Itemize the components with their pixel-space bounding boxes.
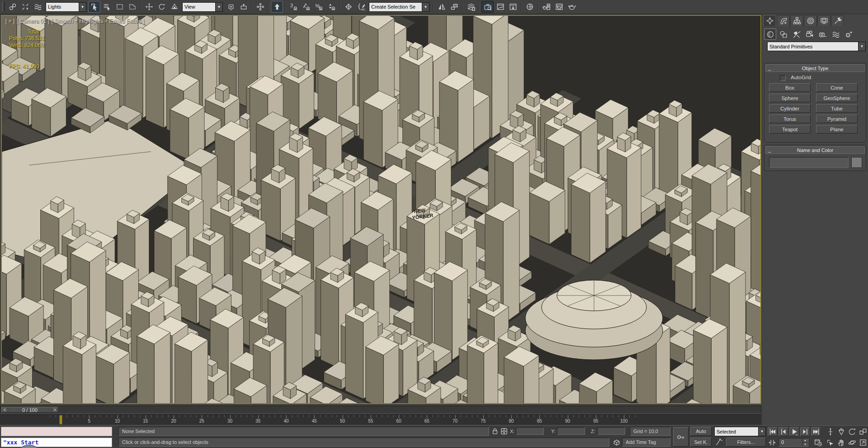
category-lights[interactable] (790, 29, 802, 40)
viewport-menu-shading[interactable]: [ Smooth + Highlights + Edged Faces ] (52, 18, 144, 24)
category-space-warps[interactable] (830, 29, 842, 40)
field-of-view-button[interactable] (847, 427, 857, 436)
camera-viewport[interactable]: NEWYORKER [ + ] [ Camera 01 ] [ Smooth +… (1, 15, 761, 404)
primitive-category-dropdown[interactable]: Standard Primitives ▼ (767, 42, 866, 51)
play-animation-button[interactable] (789, 427, 799, 436)
time-slider-handle[interactable]: < 0 / 100 > (1, 407, 58, 413)
cone-button[interactable]: Cone (816, 83, 858, 92)
select-object-icon[interactable] (88, 1, 100, 13)
rollout-collapse-icon[interactable]: _ (768, 147, 771, 153)
window-crossing-icon[interactable] (126, 1, 138, 13)
panel-tab-motion[interactable] (804, 15, 817, 26)
sphere-button[interactable]: Sphere (769, 94, 811, 102)
go-to-end-button[interactable] (811, 427, 821, 436)
key-filters-button[interactable]: Filters... (726, 438, 766, 447)
key-filter-dropdown[interactable]: Selected ▼ (714, 427, 766, 436)
teapot-button[interactable]: Teapot (769, 125, 811, 133)
layer-manager-icon[interactable] (465, 1, 477, 13)
box-button[interactable]: Box (769, 83, 811, 92)
pan-view-button[interactable] (836, 438, 846, 447)
maxscript-mini-listener[interactable]: "xxx Start (1, 438, 112, 447)
next-frame-arrow[interactable]: > (52, 407, 58, 412)
use-selection-center-icon[interactable] (237, 1, 250, 13)
key-mode-toggle[interactable] (768, 438, 777, 447)
use-pivot-point-center-icon[interactable] (225, 1, 237, 13)
viewport-menu-general[interactable]: [ + ] (5, 18, 14, 24)
bind-to-space-warp-icon[interactable] (32, 1, 44, 13)
select-and-rotate-icon[interactable] (156, 1, 168, 13)
isolate-selection-toggle[interactable] (612, 438, 621, 447)
zoom-button[interactable] (826, 427, 835, 436)
render-setup-icon[interactable] (540, 1, 552, 13)
plane-button[interactable]: Plane (816, 125, 858, 133)
category-cameras[interactable] (803, 29, 816, 40)
set-keys-button[interactable] (673, 427, 689, 447)
reference-coordinate-system-dropdown[interactable]: View▼ (182, 2, 223, 12)
panel-tab-utilities[interactable] (831, 15, 844, 26)
panel-tab-create[interactable] (763, 15, 776, 26)
spinner-snap-toggle-icon[interactable] (326, 1, 338, 13)
keyboard-shortcut-override-icon[interactable] (271, 1, 283, 13)
viewport-menu-pov[interactable]: [ Camera 01 ] (17, 18, 50, 24)
category-shapes[interactable] (777, 29, 789, 40)
set-key-button[interactable]: Set K. (690, 438, 712, 447)
pyramid-button[interactable]: Pyramid (816, 114, 858, 123)
tube-button[interactable]: Tube (816, 104, 858, 113)
previous-frame-button[interactable] (778, 427, 788, 436)
schematic-view-icon[interactable] (507, 1, 519, 13)
auto-key-button[interactable]: Auto (690, 427, 712, 436)
named-selection-rename-icon[interactable]: ABC (355, 1, 367, 13)
category-systems[interactable] (843, 29, 855, 40)
select-and-uniform-scale-icon[interactable] (168, 1, 180, 13)
object-color-swatch[interactable] (851, 157, 862, 168)
named-selection-sets-dropdown[interactable]: Create Selection Se▼ (369, 2, 429, 12)
current-frame-marker[interactable] (59, 415, 62, 424)
angle-snap-toggle-icon[interactable] (300, 1, 312, 13)
mirror-icon[interactable] (435, 1, 448, 13)
city-scene-render[interactable]: NEWYORKER (2, 16, 760, 403)
go-to-start-button[interactable] (768, 427, 778, 436)
object-type-rollout-header[interactable]: _ Object Type (765, 64, 865, 72)
select-and-link-icon[interactable] (6, 1, 19, 13)
autogrid-checkbox[interactable] (780, 75, 786, 81)
time-slider[interactable]: < 0 / 100 > (0, 406, 761, 414)
selection-filter-dropdown[interactable]: Lights▼ (46, 2, 86, 12)
panel-tab-hierarchy[interactable] (790, 15, 803, 26)
name-and-color-rollout-header[interactable]: _ Name and Color (765, 146, 865, 154)
material-editor-icon[interactable] (524, 1, 536, 13)
zoom-extents-all-button[interactable] (858, 427, 868, 436)
default-tangent-button[interactable] (714, 438, 724, 447)
graphite-modeling-tools-icon[interactable] (481, 1, 494, 13)
z-coordinate-field[interactable] (597, 427, 625, 435)
orbit-button[interactable] (847, 438, 857, 447)
frame-spinner[interactable]: ▲▼ (802, 438, 808, 446)
align-icon[interactable] (448, 1, 460, 13)
select-and-move-icon[interactable] (143, 1, 155, 13)
time-configuration-button[interactable] (814, 438, 823, 447)
y-coordinate-field[interactable] (557, 427, 585, 435)
select-by-name-icon[interactable] (101, 1, 113, 13)
maxscript-macro-recorder-pane[interactable] (1, 427, 112, 436)
snap-toggle-3d-icon[interactable]: 3 (288, 1, 300, 13)
track-bar[interactable]: 0510152025303540455055606570758085909510… (0, 415, 761, 424)
zoom-extents-button[interactable] (836, 427, 846, 436)
panel-tab-display[interactable] (817, 15, 830, 26)
select-and-manipulate-icon[interactable] (254, 1, 266, 13)
category-geometry[interactable] (764, 29, 776, 40)
selection-lock-toggle[interactable] (491, 427, 499, 435)
percent-snap-toggle-icon[interactable]: % (313, 1, 325, 13)
add-time-tag[interactable]: Add Time Tag (622, 438, 670, 447)
category-helpers[interactable] (816, 29, 829, 40)
zoom-region-button[interactable] (826, 438, 835, 447)
maximize-viewport-toggle-button[interactable] (858, 438, 868, 447)
object-name-field[interactable] (769, 157, 849, 168)
panel-tab-modify[interactable] (777, 15, 790, 26)
previous-frame-arrow[interactable]: < (2, 407, 8, 412)
render-production-icon[interactable] (566, 1, 578, 13)
rectangular-selection-region-icon[interactable] (113, 1, 126, 13)
next-frame-button[interactable] (800, 427, 810, 436)
absolute-offset-mode-toggle[interactable] (500, 427, 508, 435)
unlink-selection-icon[interactable] (19, 1, 31, 13)
torus-button[interactable]: Torus (769, 114, 811, 123)
geosphere-button[interactable]: GeoSphere (816, 94, 858, 102)
